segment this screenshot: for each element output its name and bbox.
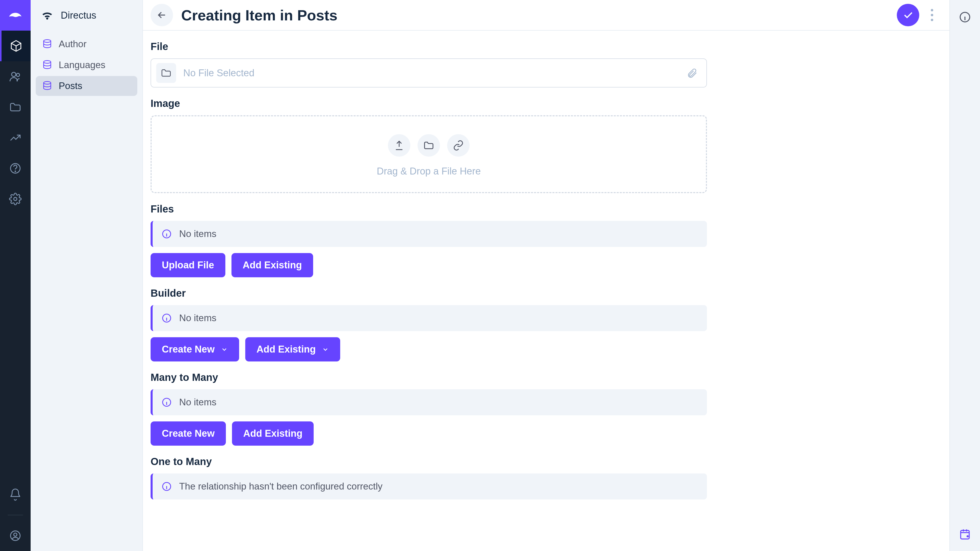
svg-point-8: [44, 61, 51, 64]
o2m-error-notice: The relationship hasn't been configured …: [151, 473, 707, 499]
info-icon: [161, 481, 172, 492]
chevron-down-icon: [221, 346, 228, 353]
field-label: Files: [151, 203, 707, 215]
page-header: Creating Item in Posts: [143, 0, 950, 30]
field-label: One to Many: [151, 456, 707, 467]
current-user-avatar[interactable]: [0, 520, 30, 551]
m2m-create-new-button[interactable]: Create New: [151, 421, 226, 446]
button-label: Upload File: [162, 260, 214, 271]
module-insights[interactable]: [0, 122, 30, 153]
module-settings[interactable]: [0, 184, 30, 214]
more-menu-button[interactable]: [928, 9, 937, 21]
chevron-down-icon: [322, 346, 329, 353]
button-label: Add Existing: [256, 344, 316, 355]
notice-text: No items: [179, 397, 216, 408]
field-label: Many to Many: [151, 372, 707, 383]
collection-label: Languages: [59, 60, 105, 70]
notice-text: No items: [179, 313, 216, 324]
field-builder: Builder No items Create New Ad: [151, 287, 707, 362]
collection-list: Author Languages Posts: [30, 30, 142, 100]
unsaved-edits-indicator[interactable]: [956, 525, 974, 543]
module-users[interactable]: [0, 61, 30, 92]
svg-point-10: [931, 9, 933, 11]
field-files: Files No items Upload File Add Existing: [151, 203, 707, 277]
notice-text: The relationship hasn't been configured …: [179, 481, 383, 492]
folder-icon: [156, 63, 176, 83]
module-bar: [0, 0, 30, 551]
field-file: File No File Selected: [151, 41, 707, 87]
m2m-add-existing-button[interactable]: Add Existing: [232, 421, 313, 446]
collection-posts[interactable]: Posts: [36, 76, 137, 96]
svg-point-7: [44, 40, 51, 43]
svg-point-1: [16, 73, 20, 77]
svg-rect-18: [961, 530, 969, 539]
button-label: Add Existing: [243, 428, 302, 439]
module-docs[interactable]: [0, 153, 30, 184]
module-content[interactable]: [0, 30, 30, 61]
drawer-info-button[interactable]: [959, 6, 971, 29]
svg-point-19: [966, 535, 969, 537]
import-from-url-button[interactable]: [447, 134, 469, 157]
upload-file-button[interactable]: Upload File: [151, 253, 225, 277]
field-label: File: [151, 41, 707, 52]
svg-point-4: [14, 197, 17, 201]
project-header[interactable]: Directus: [30, 0, 142, 30]
svg-point-11: [931, 14, 933, 16]
field-one-to-many: One to Many The relationship hasn't been…: [151, 456, 707, 499]
button-label: Create New: [162, 344, 215, 355]
info-icon: [161, 397, 172, 408]
back-button[interactable]: [151, 4, 173, 26]
database-icon: [42, 60, 52, 70]
collection-languages[interactable]: Languages: [36, 55, 137, 75]
button-label: Create New: [162, 428, 215, 439]
svg-point-0: [11, 72, 16, 76]
notifications[interactable]: [0, 479, 30, 510]
files-empty-notice: No items: [151, 221, 707, 247]
svg-point-12: [931, 19, 933, 21]
save-button[interactable]: [897, 4, 919, 26]
field-label: Builder: [151, 287, 707, 299]
file-placeholder: No File Selected: [183, 68, 676, 79]
info-icon: [161, 229, 172, 239]
builder-add-existing-button[interactable]: Add Existing: [245, 337, 340, 362]
nav-sidebar: Directus Author Languages Posts: [30, 0, 143, 551]
builder-empty-notice: No items: [151, 305, 707, 331]
collection-label: Author: [59, 39, 86, 49]
file-picker[interactable]: No File Selected: [151, 59, 707, 87]
sidebar-drawer: [950, 0, 980, 551]
divider: [8, 515, 23, 515]
database-icon: [42, 39, 52, 49]
image-dropzone[interactable]: Drag & Drop a File Here: [151, 115, 707, 193]
wifi-icon: [41, 9, 54, 22]
choose-from-library-button[interactable]: [417, 134, 440, 157]
field-image: Image Drag & Drop a File Here: [151, 98, 707, 193]
field-label: Image: [151, 98, 707, 109]
svg-point-9: [44, 82, 51, 84]
add-existing-file-button[interactable]: Add Existing: [231, 253, 313, 277]
project-name: Directus: [61, 10, 96, 21]
button-label: Add Existing: [243, 260, 302, 271]
builder-create-new-button[interactable]: Create New: [151, 337, 239, 362]
svg-point-6: [14, 533, 17, 537]
attach-file-button[interactable]: [683, 67, 701, 79]
directus-logo[interactable]: [0, 0, 30, 30]
item-form: File No File Selected Image: [143, 30, 720, 551]
notice-text: No items: [179, 229, 216, 239]
page-title: Creating Item in Posts: [181, 6, 889, 24]
upload-from-device-button[interactable]: [388, 134, 410, 157]
m2m-empty-notice: No items: [151, 389, 707, 415]
svg-point-3: [15, 171, 16, 171]
field-many-to-many: Many to Many No items Create New Add Exi…: [151, 372, 707, 446]
collection-label: Posts: [59, 81, 83, 91]
info-icon: [161, 313, 172, 324]
database-icon: [42, 81, 52, 91]
module-files[interactable]: [0, 92, 30, 122]
dropzone-hint: Drag & Drop a File Here: [377, 166, 481, 177]
collection-author[interactable]: Author: [36, 34, 137, 54]
